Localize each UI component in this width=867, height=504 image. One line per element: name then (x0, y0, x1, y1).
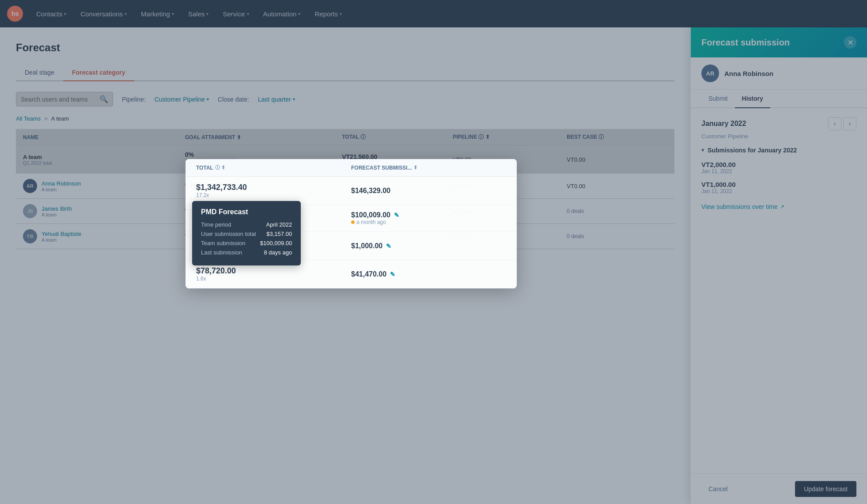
forecast-time: a month ago (351, 219, 506, 225)
chevron-down-icon: ▾ (206, 11, 208, 16)
edit-icon[interactable]: ✎ (394, 212, 399, 219)
tab-forecast-category[interactable]: Forecast category (63, 64, 134, 81)
breadcrumb-current: A team (51, 115, 69, 122)
tooltip-title: PMD Forecast (201, 208, 292, 216)
chevron-down-icon: ▾ (340, 11, 342, 16)
col-header-best-case: BEST CASE ⓘ (560, 129, 674, 146)
tab-deal-stage[interactable]: Deal stage (16, 64, 63, 81)
chevron-down-icon: ▾ (125, 11, 127, 16)
pipeline-label: Pipeline: (122, 96, 146, 103)
prev-month-button[interactable]: ‹ (828, 117, 841, 130)
tooltip-row: Last submission 8 days ago (201, 249, 292, 256)
edit-icon[interactable]: ✎ (390, 271, 395, 278)
user-name: Anna Robinson (724, 70, 773, 77)
right-panel: Forecast submission ✕ AR Anna Robinson S… (690, 27, 867, 504)
submissions-section: ▾ Submissions for January 2022 (701, 147, 856, 154)
submission-item: VT2,000.00 Jan 11, 2022 (701, 161, 856, 174)
chevron-down-icon: ▾ (172, 11, 174, 16)
nav-item-conversations[interactable]: Conversations ▾ (74, 7, 133, 21)
chevron-down-icon: ▾ (207, 97, 209, 102)
tab-history[interactable]: History (735, 90, 770, 108)
hubspot-logo[interactable]: hs (7, 6, 23, 22)
person-name-cell: JB James Birth A team (23, 204, 171, 218)
page-title: Forecast (16, 42, 674, 54)
right-panel-body: January 2022 ‹ › Customer Pipeline ▾ Sub… (691, 108, 867, 474)
popup-col-forecast: FORECAST SUBMISSI... ⬆ (351, 164, 506, 171)
right-panel-footer: Cancel Update forecast (691, 474, 867, 504)
user-row: AR Anna Robinson (691, 57, 867, 90)
chevron-down-icon: ▾ (293, 97, 295, 102)
close-date-value[interactable]: Last quarter ▾ (258, 96, 295, 103)
col-header-name: NAME (16, 129, 178, 146)
next-month-button[interactable]: › (843, 117, 856, 130)
close-button[interactable]: ✕ (844, 36, 856, 49)
nav-item-automation[interactable]: Automation ▾ (257, 7, 307, 21)
breadcrumb-separator: > (44, 115, 48, 122)
pipeline-subtitle: Customer Pipeline (701, 133, 856, 140)
avatar: AR (701, 64, 719, 82)
person-name-cell: YB Yehudi Baptiste A team (23, 229, 171, 243)
avatar: JB (23, 204, 37, 218)
breadcrumb: All Teams > A team (16, 115, 674, 122)
tooltip-card: PMD Forecast Time period April 2022 User… (192, 201, 301, 265)
right-panel-title: Forecast submission (701, 38, 790, 48)
nav-item-marketing[interactable]: Marketing ▾ (135, 7, 180, 21)
nav-item-reports[interactable]: Reports ▾ (308, 7, 348, 21)
filters-row: 🔍 Pipeline: Customer Pipeline ▾ Close da… (16, 92, 674, 106)
search-box[interactable]: 🔍 (16, 92, 113, 106)
team-name-cell: A team Q1 2022 total (23, 154, 171, 166)
col-header-pipeline: PIPELINE ⓘ ⬆ (446, 129, 560, 146)
breadcrumb-all-teams[interactable]: All Teams (16, 115, 41, 122)
tab-submit[interactable]: Submit (701, 90, 735, 108)
submission-item: VT1,000.00 Jan 11, 2022 (701, 181, 856, 194)
avatar: AR (23, 179, 37, 193)
svg-text:hs: hs (11, 10, 19, 17)
chevron-down-icon: ▾ (298, 11, 300, 16)
tooltip-row: Team submission $100,009.00 (201, 240, 292, 246)
nav-item-sales[interactable]: Sales ▾ (182, 7, 215, 21)
page-tabs: Deal stage Forecast category (16, 64, 674, 81)
right-panel-header: Forecast submission ✕ (691, 27, 867, 57)
avatar: YB (23, 229, 37, 243)
team-best-case-cell: VT0.00 (560, 146, 674, 174)
view-submissions-link[interactable]: View submissions over time ↗ (701, 203, 856, 210)
col-header-goal: GOAL ATTAINMENT ⬆ (178, 129, 335, 146)
chevron-down-icon: ▾ (64, 11, 66, 16)
top-navigation: hs Contacts ▾ Conversations ▾ Marketing … (0, 0, 867, 27)
tooltip-row: Time period April 2022 (201, 221, 292, 228)
person-name-cell: AR Anna Robinson A team (23, 179, 171, 193)
right-panel-tabs: Submit History (691, 90, 867, 108)
popup-col-total: TOTAL ⓘ ⬆ (196, 164, 351, 171)
edit-icon[interactable]: ✎ (386, 243, 391, 250)
search-icon[interactable]: 🔍 (99, 95, 108, 103)
external-link-icon: ↗ (780, 204, 784, 210)
time-dot (351, 220, 355, 224)
search-input[interactable] (21, 96, 96, 103)
close-date-label: Close date: (218, 96, 249, 103)
nav-item-contacts[interactable]: Contacts ▾ (30, 7, 72, 21)
update-forecast-button[interactable]: Update forecast (795, 481, 856, 497)
cancel-button[interactable]: Cancel (701, 482, 735, 496)
tooltip-row: User submission total $3,157.00 (201, 231, 292, 237)
col-header-total: TOTAL ⓘ (335, 129, 446, 146)
month-navigation: ‹ › (828, 117, 856, 130)
chevron-down-icon: ▾ (247, 11, 249, 16)
month-title: January 2022 (701, 120, 746, 128)
pipeline-value[interactable]: Customer Pipeline ▾ (155, 96, 209, 103)
nav-item-service[interactable]: Service ▾ (216, 7, 255, 21)
chevron-down-icon: ▾ (701, 147, 704, 153)
